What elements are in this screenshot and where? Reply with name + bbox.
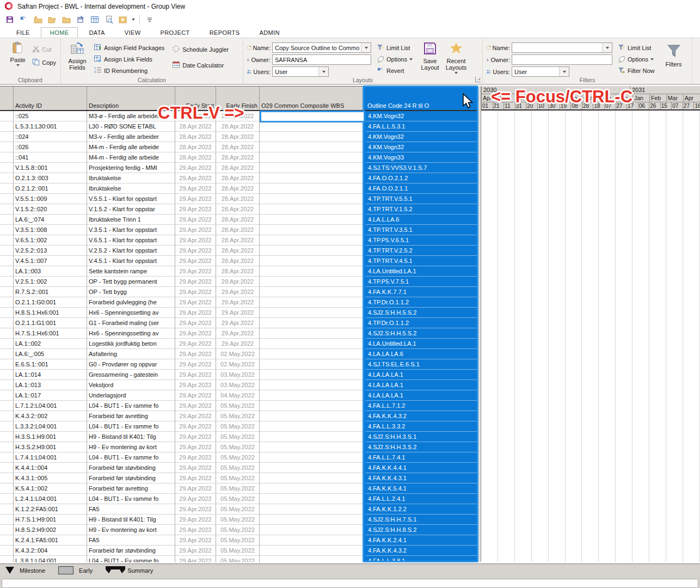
favorites-dropdown-icon[interactable] <box>132 19 135 21</box>
cell-outline[interactable]: 4.FA.K.K.5.4.1 <box>366 483 477 494</box>
cell-outline[interactable]: 4.TP.Dr.O.1.1.2 <box>366 318 477 328</box>
cell-id[interactable]: O.2.1.1:G0:001 <box>14 297 87 308</box>
table-row[interactable]: LA.1::003Sette kantstein rampe29.Apr.202… <box>0 266 477 277</box>
cell-o29[interactable] <box>260 132 364 142</box>
cell-es[interactable]: 29.Apr.2022 <box>175 442 216 452</box>
chevron-down-icon[interactable] <box>361 43 371 52</box>
cell-ef[interactable]: 28.Apr.2022 <box>216 246 260 256</box>
cell-sel[interactable] <box>0 152 14 163</box>
cell-outline[interactable]: 4.TP.TRT.V.5.5.1 <box>366 194 477 204</box>
cell-o29[interactable] <box>260 328 364 339</box>
cell-desc[interactable]: Logestikk jordfuktig beton <box>87 339 175 349</box>
cell-outline[interactable]: 4.TP.Dr.O.1.1.2 <box>366 297 477 308</box>
cell-sel[interactable] <box>0 256 14 266</box>
cell-sel[interactable] <box>0 339 14 349</box>
table-row[interactable]: V.1.S.8::001Prosjektering ferdig - MMI29… <box>0 163 477 173</box>
table-row[interactable]: K.5.4.1::002Forarbeid før avretting29.Ap… <box>0 483 477 494</box>
cell-outline[interactable]: 4.TP.TRT.V.2.5.2 <box>366 246 477 256</box>
cell-desc[interactable]: H9 - Bistand til K401: Tilg <box>87 514 175 525</box>
cell-es[interactable]: 29.Apr.2022 <box>175 173 216 183</box>
cell-desc[interactable]: Ibruktakelse <box>87 173 175 183</box>
cell-es[interactable]: 29.Apr.2022 <box>175 390 216 401</box>
cell-outline[interactable]: 4.FA.K.K.4.3.1 <box>366 473 477 483</box>
copy-button[interactable]: Copy <box>32 58 56 67</box>
cell-o29[interactable] <box>260 556 364 562</box>
cell-sel[interactable] <box>0 121 14 132</box>
cell-desc[interactable]: V.6.5.1 - Klart for oppstart <box>87 235 175 246</box>
cell-sel[interactable] <box>0 421 14 432</box>
cell-sel[interactable] <box>0 204 14 215</box>
cell-es[interactable]: 29.Apr.2022 <box>175 287 216 297</box>
new-folder-icon[interactable] <box>33 14 44 25</box>
cell-outline[interactable]: 4.SJ2.S:H.H.8.S.2 <box>366 525 477 535</box>
cell-ef[interactable]: 29.Apr.2022 <box>216 297 260 308</box>
cell-es[interactable]: 29.Apr.2022 <box>175 463 216 473</box>
cell-o29[interactable] <box>260 225 364 235</box>
cell-desc[interactable]: Sette kantstein rampe <box>87 266 175 277</box>
cell-sel[interactable] <box>0 246 14 256</box>
filter-name-combobox[interactable] <box>512 42 612 53</box>
cell-desc[interactable]: Forarbeid før avretting <box>87 411 175 421</box>
table-row[interactable]: L.2.4.1:L04:001L04 - BUT1 - Ev ramme fo2… <box>0 494 477 504</box>
cell-sel[interactable] <box>0 328 14 339</box>
cell-desc[interactable]: Forarbeid gulvlegging (he <box>87 297 175 308</box>
cell-es[interactable]: 29.Apr.2022 <box>175 339 216 349</box>
cell-o29[interactable] <box>260 525 364 535</box>
filter-now-button[interactable]: Filter Now <box>618 66 655 75</box>
tab-admin[interactable]: ADMIN <box>250 28 288 38</box>
cell-sel[interactable] <box>0 359 14 370</box>
cell-ef[interactable]: 28.Apr.2022 <box>216 163 260 173</box>
table-row[interactable]: K.2.4.1:FA5:001FA529.Apr.202205.May.2022… <box>0 535 477 546</box>
cell-o29[interactable] <box>260 204 364 215</box>
cell-id[interactable]: V.2.5.2::013 <box>14 246 87 256</box>
cell-desc[interactable]: G0 - Provdører og oppvar <box>87 359 175 370</box>
cell-desc[interactable]: Gressarmering - gatestein <box>87 370 175 380</box>
cell-desc[interactable]: V.2.5.2 - Klart for oppstart <box>87 246 175 256</box>
cell-es[interactable]: 29.Apr.2022 <box>175 183 216 194</box>
cell-ef[interactable]: 05.May.2022 <box>216 535 260 546</box>
cell-desc[interactable]: FA5 <box>87 535 175 546</box>
cell-desc[interactable]: V.4.5.1 - Klart for oppstart <box>87 256 175 266</box>
cell-outline[interactable]: 4.TP.TRT.V.3.5.1 <box>366 225 477 235</box>
cell-ef[interactable]: 28.Apr.2022 <box>216 173 260 183</box>
cell-o29[interactable] <box>260 173 364 183</box>
filter-options-button[interactable]: Options <box>618 54 655 64</box>
table-gantt-splitter[interactable] <box>477 86 481 562</box>
table-row[interactable]: R.7.S.2::001OP - Tett bygg29.Apr.202229.… <box>0 287 477 297</box>
tab-file[interactable]: FILE <box>8 28 39 38</box>
tab-home[interactable]: HOME <box>41 27 78 38</box>
cell-desc[interactable]: Ibruktakelse Trinn 1 <box>87 215 175 225</box>
cell-ef[interactable]: 05.May.2022 <box>216 556 260 562</box>
cell-ef[interactable]: 05.May.2022 <box>216 463 260 473</box>
cell-sel[interactable] <box>0 546 14 556</box>
schedule-juggler-button[interactable]: Schedule Juggler <box>172 45 229 54</box>
cell-outline[interactable]: 4.FA.L.L.3.3.2 <box>366 421 477 432</box>
cell-sel[interactable] <box>0 483 14 494</box>
cell-o29[interactable] <box>260 473 364 483</box>
cell-sel[interactable] <box>0 287 14 297</box>
cell-id[interactable]: L.3.8.1:L04:001 <box>14 556 87 562</box>
cell-o29[interactable] <box>260 463 364 473</box>
cell-o29[interactable] <box>260 163 364 173</box>
table-row[interactable]: K.4.3.1::005Forarbeid før støvbinding29.… <box>0 473 477 483</box>
save-icon[interactable] <box>4 14 15 25</box>
cell-id[interactable]: H.7.S.1:Hx6:001 <box>14 328 87 339</box>
table-row[interactable]: E.6.S.1::001G0 - Provdører og oppvar29.A… <box>0 359 477 370</box>
cell-id[interactable]: V.2.5.1::002 <box>14 277 87 287</box>
cell-es[interactable]: 28.Apr.2022 <box>175 142 216 152</box>
cell-o29[interactable] <box>260 421 364 432</box>
cell-sel[interactable] <box>0 163 14 173</box>
cell-ef[interactable]: 29.Apr.2022 <box>216 328 260 339</box>
save-layout-button[interactable]: Save Layout <box>418 40 442 71</box>
favorites-box-icon[interactable] <box>118 14 128 25</box>
print-preview-icon[interactable] <box>103 14 114 25</box>
cell-sel[interactable] <box>0 266 14 277</box>
cell-outline[interactable]: 4.KM.Vogn33 <box>366 152 477 163</box>
cell-outline[interactable]: 4.SJ.TS:VVS3.V.1.S.7 <box>366 163 477 173</box>
cell-o29[interactable] <box>260 359 364 370</box>
table-row[interactable]: LA.6:_:074Ibruktakelse Trinn 129.Apr.202… <box>0 215 477 225</box>
cell-id[interactable]: K.4.3.2::004 <box>14 546 87 556</box>
table-row[interactable]: V.6.5.1::002V.6.5.1 - Klart for oppstart… <box>0 235 477 246</box>
table-row[interactable]: V.4.5.1::007V.4.5.1 - Klart for oppstart… <box>0 256 477 266</box>
row-selector-header[interactable] <box>0 87 14 110</box>
